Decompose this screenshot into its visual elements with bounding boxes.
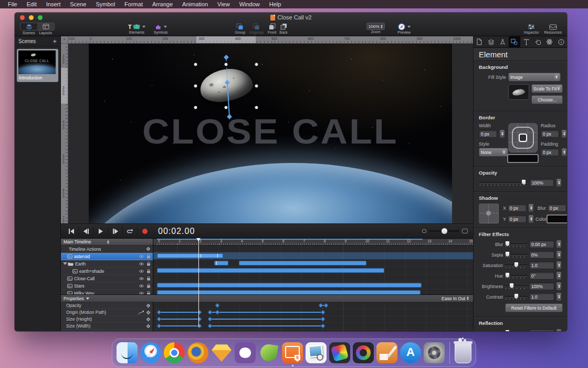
back-button[interactable]: Back <box>279 23 288 34</box>
menu-item-window[interactable]: Window <box>235 0 265 8</box>
coda-dock-icon[interactable] <box>258 342 279 363</box>
menu-item-insert[interactable]: Insert <box>41 0 66 8</box>
shadow-offset-widget[interactable] <box>479 203 499 223</box>
step-forward-button[interactable] <box>108 227 123 236</box>
tab-actions[interactable] <box>532 36 543 47</box>
animation-bar[interactable] <box>239 261 366 265</box>
trash-dock-icon[interactable] <box>455 342 471 363</box>
scale-mode-select[interactable]: Scale To Fit <box>531 84 563 93</box>
property-row-origin-motion-path-[interactable]: Origin (Motion Path) <box>61 309 153 316</box>
choose-image-button[interactable]: Choose... <box>531 95 563 104</box>
layer-row-earth-shade[interactable]: earth+shade <box>61 268 153 275</box>
keyframe[interactable] <box>207 317 212 321</box>
tab-scene[interactable] <box>485 36 497 47</box>
record-button[interactable] <box>138 227 152 236</box>
brightness-slider[interactable] <box>505 283 528 290</box>
disclosure-triangle[interactable] <box>63 262 67 265</box>
add-scene-button[interactable]: + <box>52 37 57 45</box>
menu-item-scene[interactable]: Scene <box>65 0 91 8</box>
keyframe[interactable] <box>157 310 161 314</box>
property-row-size-width-[interactable]: Size (Width) <box>61 323 153 330</box>
selection-handle[interactable] <box>255 84 258 88</box>
animation-bar[interactable] <box>157 290 421 294</box>
keyframe[interactable] <box>197 310 202 314</box>
border-padding-input[interactable]: 0 px <box>541 148 559 156</box>
easing-selector[interactable]: Ease In Out <box>442 296 465 301</box>
blur-input[interactable]: 0.00 px <box>529 240 554 248</box>
stepper-control[interactable] <box>556 292 562 301</box>
stepper-control[interactable] <box>528 203 534 212</box>
layer-row-close-call[interactable]: Close-Call <box>61 275 153 282</box>
lock-toggle[interactable] <box>146 276 151 281</box>
menu-item-format[interactable]: Format <box>120 0 148 8</box>
keyframe-diamond-button[interactable] <box>146 310 151 315</box>
ungroup-button[interactable]: Ungroup <box>249 23 264 34</box>
saturation-slider[interactable] <box>505 262 528 269</box>
pages-dock-icon[interactable] <box>376 342 397 363</box>
resources-toggle-button[interactable]: Resources <box>544 23 562 34</box>
keyframe[interactable] <box>197 324 202 328</box>
border-radius-input[interactable]: 0 px <box>541 130 559 138</box>
play-button[interactable] <box>93 227 108 236</box>
layouts-view-button[interactable] <box>37 23 54 30</box>
timeline-zoom-knob[interactable] <box>442 228 447 234</box>
tab-metrics[interactable] <box>497 36 509 47</box>
selection-handle[interactable] <box>224 106 228 109</box>
stepper-control[interactable] <box>528 214 534 223</box>
keyframe[interactable] <box>321 310 325 314</box>
brightness-input[interactable]: 100% <box>529 282 554 290</box>
shadow-x-input[interactable]: 0 px <box>508 204 527 212</box>
saturation-input[interactable]: 1.0 <box>529 261 554 269</box>
opacity-input[interactable]: 100% <box>530 179 554 187</box>
layer-row-earth[interactable]: Earth <box>61 260 153 268</box>
fcp-dock-icon[interactable] <box>329 342 350 363</box>
hue-input[interactable]: 0° <box>529 272 554 280</box>
github-dock-icon[interactable] <box>235 342 256 363</box>
selection-handle[interactable] <box>224 63 228 66</box>
stepper-control[interactable] <box>561 129 567 138</box>
selection-handle[interactable] <box>194 84 197 88</box>
keyframe[interactable] <box>207 324 212 328</box>
symbols-menu[interactable]: Symbols <box>154 23 168 34</box>
hue-slider[interactable] <box>505 272 528 279</box>
stepper-control[interactable] <box>556 261 562 270</box>
animation-bar[interactable] <box>157 268 384 273</box>
vertical-ruler[interactable]: 2 0 03 0 04 0 05 0 06 0 07 0 0 <box>61 43 68 223</box>
menu-item-arrange[interactable]: Arrange <box>148 0 177 8</box>
depth-input[interactable]: 0% <box>529 329 554 331</box>
sepia-slider[interactable] <box>505 251 528 258</box>
keyframe[interactable] <box>321 317 325 321</box>
safari-dock-icon[interactable] <box>140 342 161 363</box>
tab-physics[interactable] <box>544 36 555 47</box>
menu-item-file[interactable]: File <box>3 0 22 8</box>
keyframe-diamond-button[interactable] <box>146 303 151 308</box>
stepper-control[interactable] <box>556 178 562 187</box>
border-width-input[interactable]: 0 px <box>479 130 497 138</box>
front-button[interactable]: Front <box>268 23 276 34</box>
scene-card-introduction[interactable]: CLOSE CALL Introduction <box>17 49 58 82</box>
keyframe[interactable] <box>197 317 202 321</box>
stage[interactable]: CLOSE CALL <box>89 43 452 223</box>
fill-style-select[interactable]: Image <box>508 73 561 81</box>
chrome-dock-icon[interactable] <box>164 342 185 363</box>
tab-identity[interactable] <box>555 36 567 47</box>
horizontal-ruler[interactable]: 10001002003004005006007008009001000 <box>68 36 473 44</box>
keyframe[interactable] <box>157 317 161 321</box>
tab-document[interactable] <box>474 36 485 47</box>
scenes-view-button[interactable] <box>20 23 37 30</box>
keyframe[interactable] <box>207 310 212 314</box>
tab-element[interactable] <box>509 36 520 47</box>
depth-slider[interactable] <box>505 330 528 331</box>
zoom-stepper[interactable]: 100% <box>366 23 385 30</box>
property-row-opacity[interactable]: Opacity <box>61 302 153 309</box>
contrast-input[interactable]: 1.0 <box>529 293 554 301</box>
menu-item-edit[interactable]: Edit <box>22 0 41 8</box>
prefs-dock-icon[interactable] <box>424 342 445 363</box>
layer-row-stars[interactable]: Stars <box>61 282 153 290</box>
loop-button[interactable] <box>123 227 138 236</box>
animation-bar[interactable] <box>157 253 223 258</box>
window-titlebar[interactable]: Close Call v2 <box>15 13 567 22</box>
stepper-control[interactable] <box>556 271 562 280</box>
visibility-toggle[interactable] <box>139 269 144 273</box>
property-row-size-height-[interactable]: Size (Height) <box>61 316 153 323</box>
